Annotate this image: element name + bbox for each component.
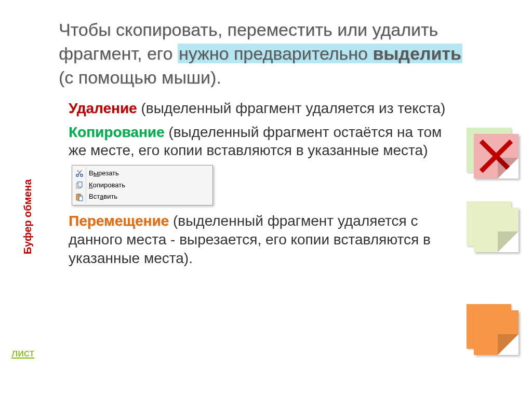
- title-highlight-bold: выделить: [373, 44, 461, 63]
- context-menu-cut-label: Вырезать: [89, 169, 119, 178]
- svg-rect-7: [78, 194, 80, 195]
- svg-rect-8: [79, 196, 83, 201]
- svg-rect-5: [78, 182, 82, 187]
- term-move: Перемещение: [69, 213, 169, 229]
- title-highlight-text: нужно предварительно: [179, 44, 373, 63]
- copy-icon: [75, 181, 84, 189]
- term-copy: Копирование: [69, 124, 165, 140]
- slide-title: Чтобы скопировать, переместить или удали…: [59, 18, 504, 90]
- para-move: Перемещение (выделенный фрагмент удаляет…: [69, 212, 455, 267]
- term-delete: Удаление: [69, 100, 137, 116]
- para-delete: Удаление (выделенный фрагмент удаляется …: [69, 99, 455, 118]
- title-line-2-prefix: фрагмент, его: [59, 44, 178, 63]
- scissors-icon: [75, 169, 84, 177]
- paste-icon: [75, 193, 84, 201]
- link-list[interactable]: лист: [11, 347, 34, 359]
- para-copy: Копирование (выделенный фрагмент остаётс…: [69, 123, 455, 160]
- sidebar-clipboard-label: Буфер обмена: [22, 179, 34, 254]
- note-deco-front-3: [474, 310, 518, 355]
- context-menu-copy[interactable]: Копировать: [72, 180, 212, 191]
- context-menu-paste[interactable]: Вставить: [72, 191, 212, 203]
- context-menu: Вырезать Копировать Вставить: [72, 165, 213, 205]
- title-line-3: (с помощью мыши).: [59, 67, 221, 87]
- context-menu-paste-label: Вставить: [89, 193, 117, 201]
- context-menu-copy-label: Копировать: [89, 181, 125, 190]
- text-delete: (выделенный фрагмент удаляется из текста…: [137, 100, 446, 116]
- note-deco-front-2: [474, 208, 518, 252]
- note-deco-front-1: [474, 134, 518, 179]
- title-line-1: Чтобы скопировать, переместить или удали…: [59, 20, 438, 39]
- context-menu-cut[interactable]: Вырезать: [72, 168, 212, 180]
